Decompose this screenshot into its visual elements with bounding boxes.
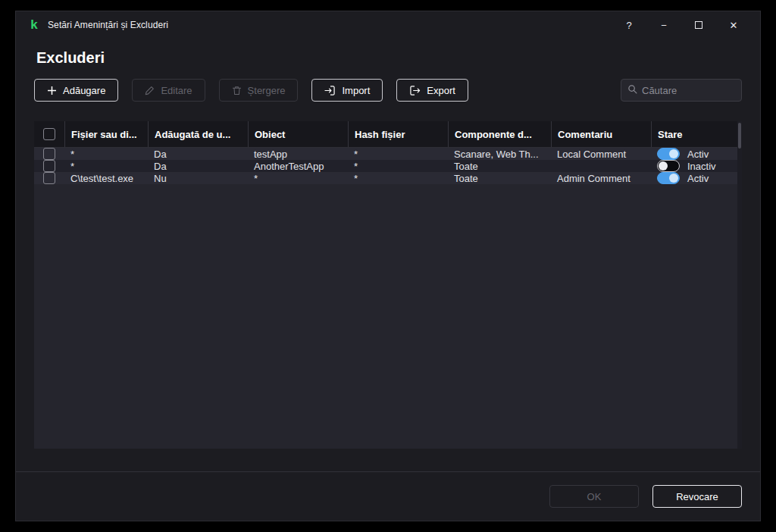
row-checkbox[interactable] [43, 160, 55, 172]
cell-comment [551, 160, 651, 172]
row-checkbox[interactable] [43, 172, 55, 184]
cell-components: Toate [448, 160, 551, 172]
table-scrollbar[interactable] [737, 121, 742, 449]
import-icon [324, 86, 336, 95]
close-icon[interactable]: ✕ [716, 14, 751, 36]
add-button[interactable]: Adăugare [34, 79, 118, 102]
table-row[interactable]: * Da AnotherTestApp * Toate Inactiv [34, 160, 742, 172]
cancel-button[interactable]: Revocare [652, 485, 742, 508]
state-toggle[interactable] [657, 148, 680, 160]
maximize-icon[interactable] [681, 14, 716, 36]
export-icon [409, 86, 421, 95]
state-toggle[interactable] [657, 172, 680, 184]
header-checkbox-cell [34, 121, 64, 147]
export-button[interactable]: Export [396, 79, 468, 102]
search-box [621, 79, 742, 102]
search-input[interactable] [642, 85, 735, 96]
cell-file: * [64, 160, 148, 172]
select-all-checkbox[interactable] [43, 128, 55, 140]
cell-file: C\test\test.exe [64, 172, 148, 184]
ok-button[interactable]: OK [549, 485, 639, 508]
column-header-hash[interactable]: Hash fișier [348, 121, 448, 147]
state-label: Activ [687, 173, 709, 184]
cell-added-by-user: Da [148, 148, 248, 160]
window-controls: ? − ✕ [612, 14, 751, 36]
table-body: * Da testApp * Scanare, Web Th... Local … [34, 148, 742, 184]
state-label: Activ [687, 149, 709, 160]
column-header-added[interactable]: Adăugată de u... [148, 121, 248, 147]
toolbar: Adăugare Editare Ștergere Import [34, 79, 742, 102]
plus-icon [47, 86, 57, 95]
window-title: Setări Amenințări și Excluderi [48, 20, 168, 30]
row-checkbox-cell [34, 160, 64, 172]
cell-added-by-user: Nu [148, 172, 248, 184]
column-header-state[interactable]: Stare [651, 121, 742, 147]
cell-object: testApp [248, 148, 348, 160]
table-row[interactable]: * Da testApp * Scanare, Web Th... Local … [34, 148, 742, 160]
cell-components: Scanare, Web Th... [448, 148, 551, 160]
trash-icon [232, 86, 242, 95]
column-header-object[interactable]: Obiect [248, 121, 348, 147]
edit-button[interactable]: Editare [132, 79, 205, 102]
cell-hash: * [348, 172, 448, 184]
table-row[interactable]: C\test\test.exe Nu * * Toate Admin Comme… [34, 172, 742, 184]
content-area: Excluderi Adăugare Editare Ștergere [16, 39, 760, 471]
cell-hash: * [348, 148, 448, 160]
cell-object: * [248, 172, 348, 184]
cell-state: Activ [651, 148, 742, 160]
column-header-comment[interactable]: Comentariu [551, 121, 651, 147]
column-header-file[interactable]: Fișier sau di... [64, 121, 148, 147]
cell-hash: * [348, 160, 448, 172]
cell-file: * [64, 148, 148, 160]
row-checkbox[interactable] [43, 148, 55, 160]
cell-added-by-user: Da [148, 160, 248, 172]
cell-comment: Admin Comment [551, 172, 651, 184]
footer: OK Revocare [16, 471, 760, 521]
pencil-icon [145, 86, 155, 95]
scrollbar-thumb[interactable] [738, 123, 741, 149]
titlebar: k Setări Amenințări și Excluderi ? − ✕ [16, 11, 760, 39]
cell-state: Activ [651, 172, 742, 184]
cell-components: Toate [448, 172, 551, 184]
delete-button[interactable]: Ștergere [219, 79, 299, 102]
cell-object: AnotherTestApp [248, 160, 348, 172]
minimize-icon[interactable]: − [646, 14, 681, 36]
search-icon [627, 83, 637, 97]
table-header: Fișier sau di... Adăugată de u... Obiect… [34, 121, 742, 148]
column-header-components[interactable]: Componente d... [448, 121, 551, 147]
kaspersky-logo-icon: k [28, 19, 40, 31]
help-icon[interactable]: ? [612, 14, 646, 36]
row-checkbox-cell [34, 172, 64, 184]
cell-state: Inactiv [651, 160, 742, 172]
page-title: Excluderi [36, 49, 742, 67]
row-checkbox-cell [34, 148, 64, 160]
state-toggle[interactable] [657, 160, 680, 172]
state-label: Inactiv [687, 161, 716, 172]
app-window: k Setări Amenințări și Excluderi ? − ✕ E… [15, 11, 761, 521]
import-button[interactable]: Import [311, 79, 383, 102]
cell-comment: Local Comment [551, 148, 651, 160]
exclusions-table: Fișier sau di... Adăugată de u... Obiect… [34, 121, 742, 449]
